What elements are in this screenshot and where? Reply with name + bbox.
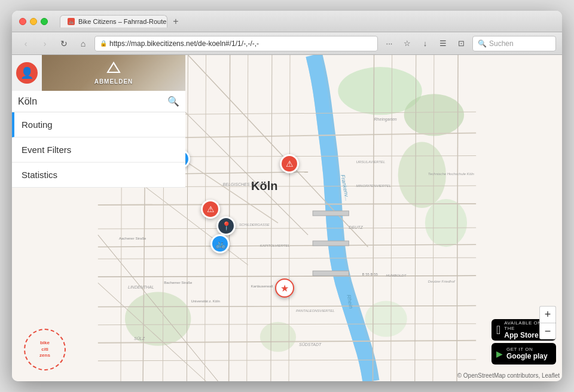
apple-icon:  — [496, 323, 500, 337]
svg-point-7 — [260, 322, 296, 352]
svg-point-4 — [425, 199, 467, 247]
ssl-lock-icon: 🔒 — [100, 40, 107, 47]
brand-logo: ABMELDEN — [94, 60, 133, 85]
search-icon[interactable]: 🔍 — [167, 96, 179, 107]
brand-area: ABMELDEN — [42, 55, 185, 91]
search-placeholder: Suchen — [489, 39, 514, 48]
svg-text:SÜDSTADT: SÜDSTADT — [299, 342, 322, 347]
statistics-label: Statistics — [22, 170, 57, 180]
svg-text:KAPITOLVIERTEL: KAPITOLVIERTEL — [260, 244, 290, 247]
new-tab-button[interactable]: + — [170, 16, 182, 27]
event-filters-menu-item[interactable]: Event Filters — [12, 137, 185, 163]
map-marker-dark[interactable]: 📍 — [216, 216, 236, 235]
svg-text:PANTALEONSVIERTEL: PANTALEONSVIERTEL — [296, 309, 335, 313]
svg-text:Kartäuserwall: Kartäuserwall — [251, 284, 273, 288]
svg-text:B 55 B 55: B 55 B 55 — [362, 272, 378, 276]
home-button[interactable]: ⌂ — [75, 36, 91, 51]
city-search-input[interactable] — [18, 96, 167, 107]
bc-logo-text: bike citi zens — [39, 340, 50, 359]
reader-button[interactable]: ☰ — [435, 36, 451, 51]
active-tab[interactable]: 🚲 Bike Citizens – Fahrrad-Route... ✕ — [60, 15, 167, 27]
sidebar: 👤 ABMELDEN — [12, 55, 185, 188]
bike-citizens-logo: bike citi zens — [24, 329, 66, 370]
toolbar: ‹ › ↻ ⌂ 🔒 https://map.bikecitizens.net/d… — [12, 32, 562, 55]
download-button[interactable]: ↓ — [417, 36, 433, 51]
more-button[interactable]: ··· — [381, 36, 397, 51]
map-marker-blue-2[interactable]: 🚲 — [210, 234, 230, 253]
tab-title: Bike Citizens – Fahrrad-Route... — [78, 18, 167, 25]
svg-text:Aachener Straße: Aachener Straße — [119, 237, 146, 240]
url-text: https://map.bikecitizens.net/de-koeln#/1… — [109, 39, 373, 48]
event-filters-label: Event Filters — [22, 145, 71, 155]
toolbar-actions: ··· ☆ ↓ ☰ ⊡ — [381, 36, 469, 51]
zoom-in-button[interactable]: + — [539, 306, 556, 323]
alert-marker-1[interactable]: ⚠ — [280, 154, 299, 173]
routing-label: Routing — [22, 120, 53, 130]
star-marker[interactable]: ★ — [275, 278, 294, 298]
user-avatar[interactable]: 👤 — [12, 55, 42, 91]
googleplay-icon: ▶ — [496, 349, 503, 359]
refresh-button[interactable]: ↻ — [56, 36, 72, 51]
svg-text:Technische Hochschule Köln: Technische Hochschule Köln — [428, 172, 475, 176]
brand-logo-svg — [103, 60, 124, 77]
address-bar[interactable]: 🔒 https://map.bikecitizens.net/de-koeln#… — [94, 36, 378, 51]
svg-text:Universität z. Köln: Universität z. Köln — [191, 299, 219, 303]
svg-text:SCHILDERGASSE: SCHILDERGASSE — [239, 223, 270, 226]
tab-bar: 🚲 Bike Citizens – Fahrrad-Route... ✕ + — [60, 15, 555, 27]
search-icon: 🔍 — [478, 39, 487, 48]
map-marker-red-1[interactable]: ⚠ — [280, 154, 299, 173]
googleplay-small-text: GET IT ON — [506, 347, 548, 352]
svg-text:HUMBOLDT: HUMBOLDT — [386, 274, 407, 277]
svg-text:LINDENTHAL: LINDENTHAL — [128, 285, 154, 289]
user-icon: 👤 — [20, 66, 33, 79]
avatar-circle: 👤 — [16, 62, 38, 84]
svg-text:MINORITENVIERTEL: MINORITENVIERTEL — [356, 184, 391, 188]
alert-marker-2[interactable]: ⚠ — [201, 200, 220, 219]
minimize-button[interactable] — [30, 18, 37, 25]
brand-text[interactable]: ABMELDEN — [94, 78, 133, 85]
map-marker-star[interactable]: ★ — [275, 278, 294, 298]
share-button[interactable]: ⊡ — [453, 36, 469, 51]
svg-rect-43 — [313, 211, 349, 216]
content-area: Venloer Straße Aachener Straße Bachemer … — [12, 55, 562, 381]
title-bar: 🚲 Bike Citizens – Fahrrad-Route... ✕ + — [12, 11, 562, 32]
svg-text:URSULAVIERTEL: URSULAVIERTEL — [356, 160, 385, 164]
statistics-menu-item[interactable]: Statistics — [12, 163, 185, 188]
location-marker[interactable]: 📍 — [216, 216, 236, 235]
routing-menu-item[interactable]: Routing — [12, 112, 185, 137]
maximize-button[interactable] — [41, 18, 48, 25]
zoom-out-button[interactable]: − — [539, 323, 556, 339]
svg-text:DEUTZ: DEUTZ — [349, 225, 363, 229]
zoom-controls: + − — [539, 306, 556, 339]
svg-rect-45 — [313, 271, 349, 275]
forward-button[interactable]: › — [37, 36, 53, 51]
sidebar-header: 👤 ABMELDEN — [12, 55, 185, 91]
close-button[interactable] — [19, 18, 26, 25]
googleplay-large-text: Google play — [506, 352, 548, 360]
svg-text:Deutzer Friedhof: Deutzer Friedhof — [428, 280, 456, 283]
svg-text:Rheingarten: Rheingarten — [374, 117, 397, 122]
googleplay-badge[interactable]: ▶ GET IT ON Google play — [491, 343, 556, 365]
traffic-lights — [19, 18, 48, 25]
tab-favicon: 🚲 — [68, 18, 75, 25]
svg-text:Bachemer Straße: Bachemer Straße — [164, 281, 193, 284]
bookmark-button[interactable]: ☆ — [399, 36, 415, 51]
bike-marker-2[interactable]: 🚲 — [210, 234, 230, 253]
back-button[interactable]: ‹ — [18, 36, 33, 51]
map-marker-red-2[interactable]: ⚠ — [201, 200, 220, 219]
browser-search-box[interactable]: 🔍 Suchen — [472, 36, 556, 51]
search-row: 🔍 — [12, 91, 185, 112]
svg-text:BELGISCHES VIERTEL: BELGISCHES VIERTEL — [223, 182, 268, 186]
browser-window: 🚲 Bike Citizens – Fahrrad-Route... ✕ + ‹… — [12, 11, 562, 381]
map-attribution: © OpenStreetMap contributors, Leaflet — [457, 372, 560, 379]
svg-text:SÜLZ: SÜLZ — [134, 336, 145, 341]
svg-rect-44 — [313, 241, 349, 246]
googleplay-badge-text: GET IT ON Google play — [506, 347, 548, 360]
